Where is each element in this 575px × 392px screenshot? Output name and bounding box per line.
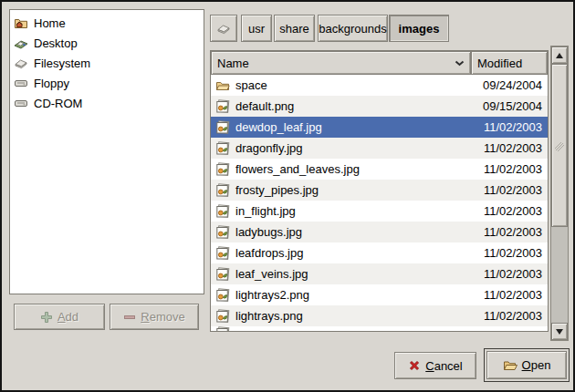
file-name-cell: space	[211, 78, 471, 93]
sidebar-item-label: Home	[34, 16, 66, 30]
add-button-label: Add	[58, 310, 78, 324]
column-header-modified[interactable]: Modified	[471, 51, 548, 75]
disk-icon	[14, 56, 28, 70]
path-root-button[interactable]	[210, 15, 237, 42]
file-name: space	[235, 78, 267, 92]
scroll-up-button[interactable]	[551, 46, 568, 64]
folder-icon	[215, 78, 230, 93]
file-name: leaf_veins.jpg	[235, 267, 308, 281]
column-header-name[interactable]: Name	[211, 51, 471, 75]
file-row[interactable]: in_flight.jpg 11/02/2003	[211, 201, 548, 222]
scrollbar-thumb[interactable]	[551, 64, 568, 227]
file-row[interactable]: dewdop_leaf.jpg 11/02/2003	[211, 117, 548, 138]
image-file-icon	[215, 141, 230, 156]
file-name-cell: leaf_veins.jpg	[211, 267, 471, 282]
file-name-cell: lightrays.png	[211, 309, 471, 324]
file-modified: 11/02/2003	[471, 288, 548, 302]
column-header-name-label: Name	[217, 57, 249, 70]
remove-minus-icon	[123, 311, 136, 324]
file-modified: 11/02/2003	[471, 162, 548, 176]
file-modified: 09/24/2004	[471, 78, 548, 92]
add-plus-icon	[40, 311, 53, 324]
arrow-up-icon	[556, 53, 563, 58]
path-button-label: images	[399, 22, 440, 36]
vertical-scrollbar[interactable]	[550, 46, 569, 341]
sidebar-item-filesystem[interactable]: Filesystem	[10, 53, 204, 73]
desktop-icon	[14, 36, 28, 50]
file-modified: 09/15/2004	[471, 99, 548, 113]
arrow-down-icon	[556, 329, 563, 335]
file-row[interactable]: default.png 09/15/2004	[211, 96, 548, 117]
image-file-icon	[215, 183, 230, 198]
open-button[interactable]: Open	[486, 351, 567, 379]
path-button-share[interactable]: share	[274, 15, 315, 42]
image-file-icon	[215, 246, 230, 261]
home-icon	[14, 15, 28, 30]
open-folder-icon	[503, 358, 518, 373]
image-file-icon	[215, 225, 230, 240]
file-modified: 11/02/2003	[471, 204, 548, 218]
sidebar-item-label: CD-ROM	[34, 97, 82, 110]
image-file-icon	[215, 120, 230, 135]
sidebar-item-home[interactable]: Home	[10, 13, 204, 33]
image-file-icon	[215, 326, 230, 331]
file-modified: 11/02/2003	[471, 183, 548, 197]
sidebar-item-desktop[interactable]: Desktop	[10, 33, 204, 53]
file-row[interactable]: flowers_and_leaves.jpg 11/02/2003	[211, 159, 548, 180]
file-modified: 11/02/2003	[471, 246, 548, 260]
file-modified: 11/02/2003	[471, 141, 548, 155]
sidebar-item-label: Desktop	[34, 36, 78, 50]
sidebar-item-floppy[interactable]: Floppy	[10, 73, 204, 93]
file-row[interactable]: lightrays2.png 11/02/2003	[211, 284, 548, 305]
file-name: ladybugs.jpg	[235, 225, 302, 239]
file-name-cell: dewdop_leaf.jpg	[211, 120, 471, 135]
sidebar-item-cdrom[interactable]: CD-ROM	[10, 93, 204, 113]
chevron-down-icon	[455, 60, 465, 67]
file-row[interactable]: ladybugs.jpg 11/02/2003	[211, 222, 548, 242]
file-row[interactable]: lightrays.png 11/02/2003	[211, 305, 548, 326]
file-name: dewdop_leaf.jpg	[235, 120, 322, 134]
file-modified: 11/02/2003	[471, 267, 548, 281]
remove-button[interactable]: Remove	[110, 304, 199, 330]
cancel-x-icon	[408, 359, 421, 372]
file-list-body: space 09/24/2004 default.png 09/15/2004	[211, 75, 548, 326]
file-name: frosty_pipes.jpg	[235, 183, 319, 197]
path-button-backgrounds[interactable]: backgrounds	[318, 15, 388, 42]
scroll-down-button[interactable]	[551, 323, 568, 340]
path-button-label: share	[279, 22, 309, 36]
image-file-icon	[215, 99, 230, 114]
open-button-label: Open	[522, 358, 551, 372]
file-name-cell: leafdrops.jpg	[211, 246, 471, 261]
file-name: lightrays2.png	[235, 288, 309, 302]
file-row[interactable]: frosty_pipes.jpg 11/02/2003	[211, 180, 548, 201]
remove-button-label: Remove	[141, 310, 184, 324]
cancel-button[interactable]: Cancel	[394, 352, 476, 379]
file-row[interactable]: space 09/24/2004	[211, 75, 548, 96]
file-row[interactable]: leaf_veins.jpg 11/02/2003	[211, 263, 548, 284]
file-name-cell: in_flight.jpg	[211, 204, 471, 219]
image-file-icon	[215, 288, 230, 303]
image-file-icon	[215, 204, 230, 219]
file-row[interactable]: dragonfly.jpg 11/02/2003	[211, 138, 548, 159]
image-file-icon	[215, 162, 230, 177]
column-header-modified-label: Modified	[477, 57, 522, 70]
file-name: default.png	[235, 99, 294, 113]
file-list-header: Name Modified	[211, 51, 548, 75]
file-name-cell: lightrays2.png	[211, 288, 471, 303]
image-file-icon	[215, 267, 230, 282]
file-name-cell: flowers_and_leaves.jpg	[211, 162, 471, 177]
file-row[interactable]: leafdrops.jpg 11/02/2003	[211, 242, 548, 263]
file-name: dragonfly.jpg	[235, 141, 302, 155]
path-button-usr[interactable]: usr	[241, 15, 272, 42]
partial-file-row	[211, 326, 548, 331]
sidebar-item-label: Floppy	[34, 77, 69, 90]
file-chooser-dialog: Home Desktop Filesystem Floppy CD-ROM Ad…	[0, 0, 575, 392]
file-modified: 11/02/2003	[471, 120, 548, 134]
cancel-button-label: Cancel	[425, 359, 462, 373]
add-button[interactable]: Add	[14, 304, 105, 330]
open-button-default-frame: Open	[484, 348, 570, 382]
places-sidebar: Home Desktop Filesystem Floppy CD-ROM	[9, 9, 204, 294]
file-name-cell: frosty_pipes.jpg	[211, 183, 471, 198]
path-button-label: usr	[248, 22, 265, 36]
path-button-images[interactable]: images	[389, 15, 449, 42]
